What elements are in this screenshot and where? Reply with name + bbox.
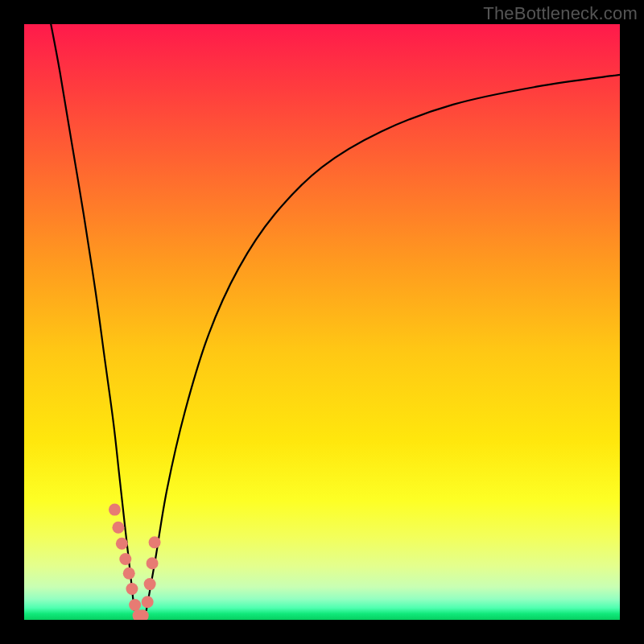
marker-right_cluster [142, 596, 154, 608]
plot-area [24, 24, 620, 620]
marker-left_cluster [116, 538, 128, 550]
marker-left_cluster [109, 504, 121, 516]
marker-right_cluster [147, 557, 159, 569]
marker-left_cluster [126, 583, 138, 595]
marker-left_cluster [112, 522, 124, 534]
marker-left_cluster [119, 553, 131, 565]
chart-frame: TheBottleneck.com [0, 0, 644, 644]
marker-right_cluster [149, 536, 161, 548]
marker-left_cluster [123, 568, 135, 580]
marker-left_cluster [129, 599, 141, 611]
watermark-text: TheBottleneck.com [483, 3, 638, 24]
bottleneck-curve [24, 24, 620, 620]
curve-right_branch [147, 75, 620, 611]
marker-right_cluster [144, 578, 156, 590]
